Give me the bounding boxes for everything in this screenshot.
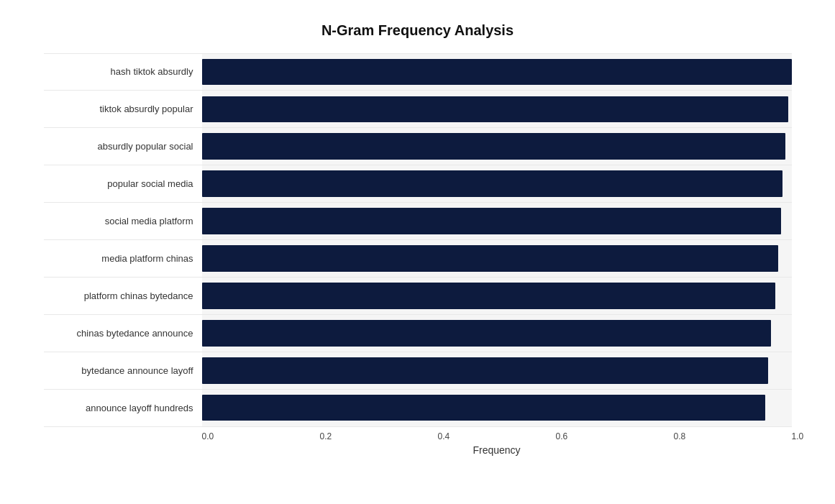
- bar-fill: [202, 208, 781, 234]
- bar-fill: [202, 283, 775, 309]
- bar-track: [202, 315, 792, 352]
- bar-label: hash tiktok absurdly: [44, 66, 202, 77]
- bar-label: popular social media: [44, 178, 202, 189]
- chart-area: hash tiktok absurdlytiktok absurdly popu…: [44, 53, 792, 427]
- bar-track: [202, 54, 792, 91]
- bar-row: absurdly popular social: [44, 127, 792, 165]
- bar-fill: [202, 245, 779, 272]
- x-axis-label: Frequency: [44, 444, 792, 456]
- bar-fill: [202, 133, 786, 160]
- bar-fill: [202, 170, 783, 197]
- bar-label: social media platform: [44, 216, 202, 226]
- bar-row: bytedance announce layoff: [44, 352, 792, 389]
- chart-container: N-Gram Frequency Analysis hash tiktok ab…: [22, 8, 813, 497]
- x-tick: 0.0: [202, 431, 320, 441]
- bar-row: announce layoff hundreds: [44, 389, 792, 427]
- bar-label: platform chinas bytedance: [44, 290, 202, 301]
- bar-fill: [202, 59, 792, 86]
- bar-label: tiktok absurdly popular: [44, 104, 202, 114]
- bar-row: media platform chinas: [44, 239, 792, 277]
- bar-row: tiktok absurdly popular: [44, 90, 792, 127]
- x-tick: 0.6: [556, 431, 674, 441]
- bar-track: [202, 128, 792, 165]
- bar-track: [202, 91, 792, 127]
- bar-row: popular social media: [44, 165, 792, 202]
- bar-track: [202, 390, 792, 426]
- bar-track: [202, 165, 792, 202]
- bar-label: media platform chinas: [44, 253, 202, 264]
- x-tick: 0.8: [674, 431, 792, 441]
- bar-fill: [202, 320, 771, 347]
- bar-track: [202, 203, 792, 239]
- bar-row: platform chinas bytedance: [44, 277, 792, 314]
- bar-label: announce layoff hundreds: [44, 403, 202, 413]
- bar-fill: [202, 96, 789, 123]
- x-axis: 0.00.20.40.60.81.0: [44, 427, 792, 441]
- bar-fill: [202, 357, 768, 384]
- x-tick: 0.2: [320, 431, 438, 441]
- bar-label: bytedance announce layoff: [44, 365, 202, 376]
- bar-label: absurdly popular social: [44, 141, 202, 152]
- bar-track: [202, 278, 792, 314]
- bar-track: [202, 240, 792, 277]
- bar-row: hash tiktok absurdly: [44, 53, 792, 91]
- bar-track: [202, 352, 792, 389]
- bar-label: chinas bytedance announce: [44, 328, 202, 339]
- chart-title: N-Gram Frequency Analysis: [44, 22, 792, 39]
- x-tick: 0.4: [438, 431, 556, 441]
- bar-fill: [202, 395, 765, 421]
- bar-row: social media platform: [44, 202, 792, 239]
- bar-row: chinas bytedance announce: [44, 314, 792, 352]
